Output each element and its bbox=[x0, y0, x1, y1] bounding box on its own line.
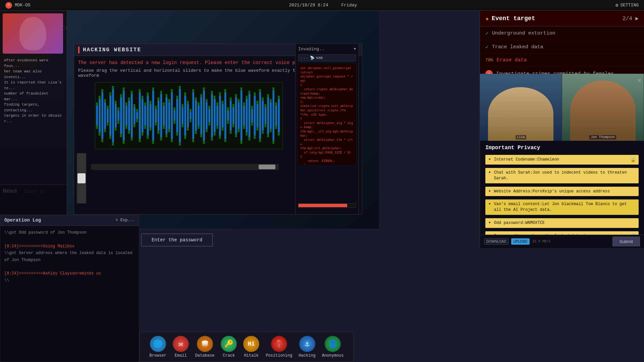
taskbar-item-email[interactable]: ✉ Email bbox=[170, 335, 192, 359]
log-entry-5: [8:24]>>>>>>>>>>Ashley Claysonreminds us bbox=[4, 270, 135, 277]
event-panel-header: ★ Event target 2/4 ▶ bbox=[480, 11, 644, 26]
progress-bar-fill bbox=[299, 204, 347, 207]
taskbar: 🌐 Browser ✉ Email Database 🔑 Crack Hi Hi… bbox=[139, 332, 354, 362]
event-label-trace: Trace leaked data bbox=[492, 44, 543, 50]
log-entry-2: [8:24]>>>>>>>>>>Using Mailbox bbox=[4, 243, 135, 250]
event-panel: ★ Event target 2/4 ▶ ✓ Underground extor… bbox=[480, 11, 644, 78]
taskbar-item-browser[interactable]: 🌐 Browser bbox=[147, 335, 169, 359]
privacy-text-2: Website Address:PornXvip's unique access… bbox=[494, 189, 610, 194]
topbar-left: M MDK-OS bbox=[5, 2, 31, 9]
code-panel: Invading.. ▼ ... 📡 VAN int skcipher_null… bbox=[295, 44, 359, 215]
left-panel: After evidences were foun... her team wa… bbox=[0, 11, 67, 229]
check-icon-trace: ✓ bbox=[485, 44, 489, 50]
event-label-erase: Erase data bbox=[496, 57, 527, 63]
taskbar-label-hacking: Hacking bbox=[299, 353, 315, 358]
taskbar-label-anonymous: Anonymous bbox=[322, 353, 344, 358]
hacking-icon: ⚓ bbox=[299, 336, 315, 352]
taskbar-item-positioning[interactable]: 📍 Positioning bbox=[263, 335, 295, 359]
privacy-text-0: Internet Codename:Chameleon bbox=[494, 157, 559, 163]
operation-log: Operation Log < Exp... \\got Odd passwor… bbox=[0, 215, 139, 362]
settings-label[interactable]: SETTING bbox=[620, 3, 639, 8]
vertical-slider[interactable] bbox=[77, 153, 86, 203]
topbar-datetime: 2021/10/29 8:24 Friday bbox=[289, 3, 357, 8]
taskbar-label-hitalk: Hitalk bbox=[244, 353, 259, 358]
op-log-expand-button[interactable]: < Exp... bbox=[115, 218, 135, 223]
avatar-panel bbox=[3, 13, 63, 54]
topbar: M MDK-OS 2021/10/29 8:24 Friday ⚙ SETTIN… bbox=[0, 0, 644, 11]
enter-password-button[interactable]: Enter the password bbox=[141, 234, 213, 246]
privacy-item-3: • Van's email content:Let Jon blackmail … bbox=[485, 199, 639, 215]
log-entry-1 bbox=[4, 236, 135, 243]
portrait-name-jon: Jon Thompson bbox=[589, 135, 616, 139]
taskbar-item-crack[interactable]: 🔑 Crack bbox=[218, 335, 239, 359]
taskbar-item-anonymous[interactable]: 👤 Anonymous bbox=[319, 335, 346, 359]
submit-button[interactable]: Submit bbox=[612, 237, 640, 246]
invading-status: Invading.. ▼ bbox=[298, 47, 356, 52]
taskbar-item-hacking[interactable]: ⚓ Hacking bbox=[296, 335, 318, 359]
taskbar-item-hitalk[interactable]: Hi Hitalk bbox=[240, 335, 262, 359]
settings-icon: ⚙ bbox=[615, 2, 618, 8]
dropdown-arrow[interactable]: ▼ bbox=[354, 47, 356, 51]
event-item-erase: 70% Erase data bbox=[480, 54, 644, 67]
hacking-title-icon bbox=[78, 47, 79, 53]
hitalk-icon: Hi bbox=[243, 336, 259, 352]
taskbar-label-browser: Browser bbox=[149, 353, 166, 358]
privacy-text-4: Odd password:WNMOXTCE bbox=[494, 220, 545, 226]
email-icon: ✉ bbox=[173, 336, 189, 352]
text-line-6: targets in order to obtain r... bbox=[4, 113, 63, 124]
op-log-title: Operation Log bbox=[4, 218, 41, 223]
os-name: MDK-OS bbox=[15, 3, 31, 8]
text-line-5: finding targets, contacting... bbox=[4, 102, 63, 113]
text-line-3: It is reported that Lisa's te... bbox=[4, 80, 63, 91]
text-line-2: her team was also investi... bbox=[4, 69, 63, 80]
horizontal-slider[interactable] bbox=[91, 164, 279, 170]
portrait-lisa: Lisa bbox=[480, 74, 562, 141]
op-log-content: \\got Odd password of Jon Thompson [8:24… bbox=[0, 226, 139, 287]
van-badge: ... 📡 VAN bbox=[298, 54, 356, 61]
vertical-slider-thumb[interactable] bbox=[77, 173, 86, 183]
event-item-underground: ✓ Underground extortion bbox=[480, 26, 644, 40]
left-panel-text: After evidences were foun... her team wa… bbox=[3, 56, 64, 125]
char-panel: ✕ Lisa Jon Thompson Important Privacy • … bbox=[480, 74, 644, 248]
database-icon bbox=[197, 336, 213, 352]
event-star-icon: ★ bbox=[485, 15, 489, 22]
taskbar-label-email: Email bbox=[175, 353, 187, 358]
char-portraits: Lisa Jon Thompson bbox=[480, 74, 644, 141]
taskbar-item-database[interactable]: Database bbox=[193, 335, 217, 359]
portrait-figure-lisa bbox=[488, 87, 553, 141]
privacy-item-2: • Website Address:PornXvip's unique acce… bbox=[485, 187, 639, 196]
van-icon: 📡 bbox=[310, 56, 315, 60]
char-panel-close-button[interactable]: ✕ bbox=[638, 76, 641, 84]
avatar-silhouette bbox=[19, 17, 46, 50]
portrait-name-lisa: Lisa bbox=[516, 135, 526, 139]
privacy-item-0: • Internet Codename:Chameleon 🔒 bbox=[485, 155, 639, 165]
portrait-figure-jon bbox=[570, 80, 636, 141]
anonymous-icon: 👤 bbox=[325, 336, 341, 352]
privacy-text-1: Chat with Sarah:Jon used to indecent vid… bbox=[494, 170, 636, 181]
event-item-trace: ✓ Trace leaked data bbox=[480, 40, 644, 54]
transfer-bar: DOWNLOAD UPLOAD 22.5 MB/S Submit bbox=[480, 235, 644, 248]
taskbar-label-crack: Crack bbox=[223, 353, 235, 358]
download-button[interactable]: DOWNLOAD bbox=[484, 238, 508, 245]
privacy-title: Important Privacy bbox=[485, 145, 639, 151]
event-percent-erase: 70% bbox=[485, 58, 493, 63]
event-count[interactable]: 2/4 ▶ bbox=[623, 15, 639, 22]
text-line-4: number of fraudulent mar... bbox=[4, 91, 63, 102]
privacy-text-3: Van's email content:Let Jon blackmail To… bbox=[494, 201, 636, 213]
os-logo: M bbox=[5, 2, 12, 9]
upload-button[interactable]: UPLOAD bbox=[511, 238, 530, 245]
positioning-icon: 📍 bbox=[271, 336, 287, 352]
waveform-container bbox=[95, 82, 283, 149]
transfer-info: 22.5 MB/S bbox=[532, 240, 550, 243]
event-label-underground: Underground extortion bbox=[492, 31, 555, 36]
crack-icon: 🔑 bbox=[221, 336, 237, 352]
horizontal-slider-thumb[interactable] bbox=[259, 165, 275, 169]
log-entry-4 bbox=[4, 263, 135, 270]
portrait-jon: Jon Thompson bbox=[562, 74, 644, 141]
text-line-1: After evidences were foun... bbox=[4, 58, 63, 69]
lock-icon-0: 🔒 bbox=[630, 157, 636, 163]
event-panel-title: Event target bbox=[492, 15, 535, 22]
topbar-right: ⚙ SETTING bbox=[615, 2, 639, 8]
log-entry-6: \\ bbox=[4, 277, 135, 284]
check-icon-underground: ✓ bbox=[485, 30, 489, 37]
